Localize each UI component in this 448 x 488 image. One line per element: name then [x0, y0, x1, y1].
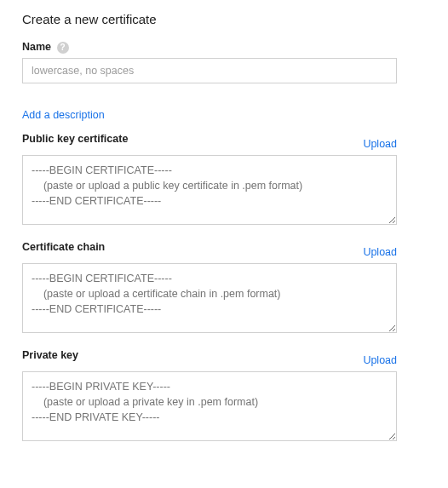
private-key-textarea[interactable] [22, 371, 397, 441]
public-key-label: Public key certificate [22, 133, 128, 145]
name-section: Name ? [22, 40, 431, 83]
public-key-textarea[interactable] [22, 155, 397, 225]
cert-chain-textarea[interactable] [22, 263, 397, 333]
private-key-section: Private key Upload [22, 349, 431, 444]
name-input[interactable] [22, 58, 397, 83]
cert-chain-label: Certificate chain [22, 241, 105, 253]
private-key-label: Private key [22, 349, 78, 361]
help-icon[interactable]: ? [57, 42, 69, 54]
add-description-link[interactable]: Add a description [22, 109, 105, 121]
cert-chain-section: Certificate chain Upload [22, 241, 431, 336]
name-label: Name [22, 41, 51, 53]
public-key-upload-link[interactable]: Upload [363, 138, 397, 150]
private-key-upload-link[interactable]: Upload [363, 354, 397, 366]
page-title: Create a new certificate [22, 12, 431, 26]
cert-chain-upload-link[interactable]: Upload [363, 246, 397, 258]
public-key-section: Public key certificate Upload [22, 133, 431, 227]
